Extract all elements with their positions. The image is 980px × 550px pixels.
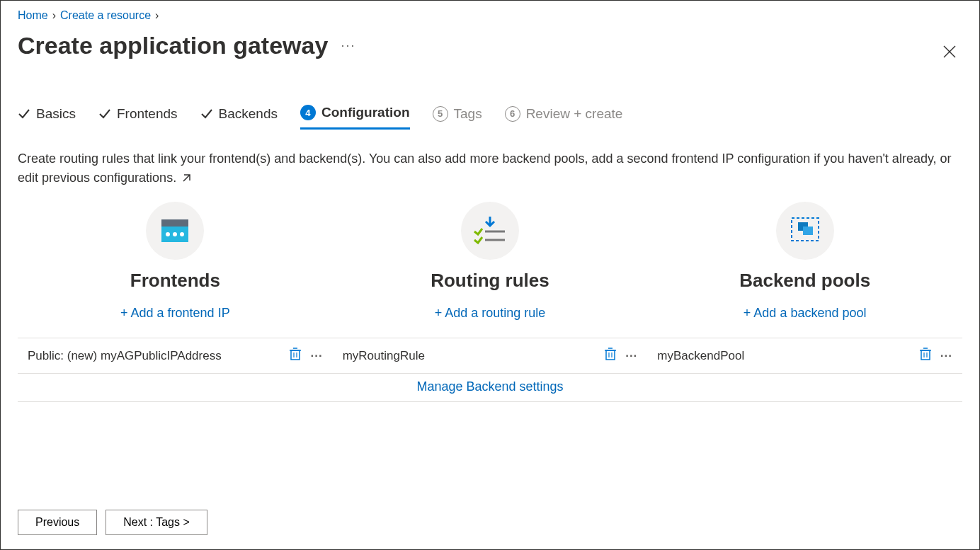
tab-label: Basics bbox=[36, 106, 76, 122]
svg-rect-13 bbox=[291, 350, 300, 360]
svg-point-6 bbox=[180, 232, 184, 236]
items-row: Public: (new) myAGPublicIPAddress ··· my… bbox=[18, 338, 962, 374]
delete-routing-rule-button[interactable] bbox=[604, 347, 617, 365]
tab-label: Review + create bbox=[526, 106, 623, 122]
tab-label: Frontends bbox=[117, 106, 178, 122]
check-icon bbox=[98, 108, 111, 120]
tab-step-badge: 4 bbox=[300, 105, 316, 120]
title-more-button[interactable]: ··· bbox=[341, 38, 355, 53]
trash-icon bbox=[604, 347, 617, 361]
chevron-right-icon: › bbox=[52, 9, 56, 22]
backend-pool-item-label[interactable]: myBackendPool bbox=[657, 349, 744, 363]
tab-label: Configuration bbox=[321, 105, 410, 120]
svg-rect-23 bbox=[921, 350, 930, 360]
page-title: Create application gateway bbox=[18, 32, 328, 59]
close-icon bbox=[943, 45, 956, 58]
add-routing-rule-link[interactable]: + Add a routing rule bbox=[435, 306, 546, 321]
breadcrumb-home[interactable]: Home bbox=[18, 9, 48, 22]
frontend-item: Public: (new) myAGPublicIPAddress ··· bbox=[18, 338, 333, 373]
tab-step-badge: 6 bbox=[505, 106, 520, 122]
frontends-column: Frontends + Add a frontend IP bbox=[18, 202, 333, 321]
wizard-tabs: Basics Frontends Backends 4 Configuratio… bbox=[18, 105, 962, 130]
routing-rule-item-label[interactable]: myRoutingRule bbox=[343, 349, 425, 363]
backend-pools-column: Backend pools + Add a backend pool bbox=[647, 202, 962, 321]
backend-pool-item: myBackendPool ··· bbox=[647, 338, 962, 373]
svg-rect-12 bbox=[803, 227, 813, 235]
svg-point-4 bbox=[166, 232, 170, 236]
tab-label: Tags bbox=[454, 106, 482, 122]
check-icon bbox=[18, 108, 30, 120]
svg-point-5 bbox=[173, 232, 177, 236]
chevron-right-icon: › bbox=[155, 9, 159, 22]
breadcrumb-create-resource[interactable]: Create a resource bbox=[60, 9, 151, 22]
tab-backends[interactable]: Backends bbox=[200, 105, 278, 130]
manage-backend-settings-link[interactable]: Manage Backend settings bbox=[333, 374, 648, 401]
frontends-icon bbox=[146, 202, 204, 260]
backend-pools-title: Backend pools bbox=[654, 270, 955, 292]
manage-row: Manage Backend settings bbox=[18, 374, 962, 402]
svg-rect-2 bbox=[161, 219, 188, 227]
frontends-title: Frontends bbox=[25, 270, 326, 292]
routing-rule-item: myRoutingRule ··· bbox=[333, 338, 648, 373]
tab-basics[interactable]: Basics bbox=[18, 105, 76, 130]
frontend-item-label[interactable]: Public: (new) myAGPublicIPAddress bbox=[28, 349, 222, 363]
tab-review-create[interactable]: 6 Review + create bbox=[505, 105, 623, 130]
add-frontend-ip-link[interactable]: + Add a frontend IP bbox=[120, 306, 230, 321]
close-button[interactable] bbox=[940, 42, 959, 62]
config-columns: Frontends + Add a frontend IP Routing ru… bbox=[18, 202, 962, 321]
tab-tags[interactable]: 5 Tags bbox=[433, 105, 482, 130]
delete-backend-pool-button[interactable] bbox=[919, 347, 932, 365]
trash-icon bbox=[289, 347, 302, 361]
delete-frontend-button[interactable] bbox=[289, 347, 302, 365]
next-button[interactable]: Next : Tags > bbox=[106, 510, 207, 535]
routing-rules-icon bbox=[461, 202, 519, 260]
svg-rect-18 bbox=[606, 350, 615, 360]
backend-pools-icon bbox=[776, 202, 834, 260]
description-text: Create routing rules that link your fron… bbox=[18, 149, 962, 188]
wizard-footer: Previous Next : Tags > bbox=[18, 510, 207, 535]
backend-pool-icon bbox=[787, 215, 823, 246]
add-backend-pool-link[interactable]: + Add a backend pool bbox=[743, 306, 867, 321]
tab-frontends[interactable]: Frontends bbox=[98, 105, 178, 130]
description-body: Create routing rules that link your fron… bbox=[18, 151, 952, 185]
tab-configuration[interactable]: 4 Configuration bbox=[300, 105, 410, 130]
breadcrumb: Home › Create a resource › bbox=[18, 9, 962, 22]
trash-icon bbox=[919, 347, 932, 361]
routing-icon bbox=[472, 215, 508, 246]
previous-button[interactable]: Previous bbox=[18, 510, 97, 535]
browser-icon bbox=[159, 217, 190, 244]
routing-rules-title: Routing rules bbox=[340, 270, 641, 292]
routing-rules-column: Routing rules + Add a routing rule bbox=[333, 202, 648, 321]
tab-step-badge: 5 bbox=[433, 106, 448, 122]
check-icon bbox=[200, 108, 213, 120]
external-link-icon[interactable] bbox=[181, 173, 191, 183]
routing-rule-more-button[interactable]: ··· bbox=[625, 349, 637, 363]
tab-label: Backends bbox=[219, 106, 278, 122]
frontend-more-button[interactable]: ··· bbox=[310, 349, 322, 363]
backend-pool-more-button[interactable]: ··· bbox=[940, 349, 952, 363]
